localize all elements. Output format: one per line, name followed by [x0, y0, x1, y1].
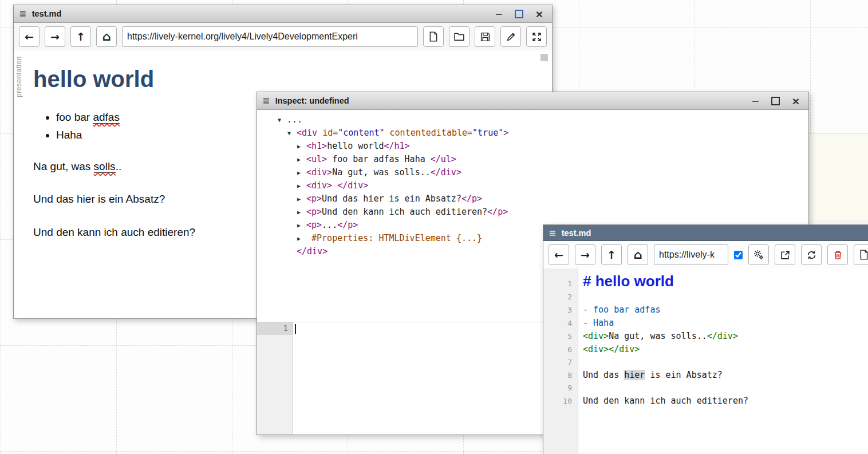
- maximize-icon[interactable]: [515, 10, 523, 18]
- up-button[interactable]: ↑: [601, 244, 622, 265]
- triangle-expanded-icon[interactable]: ▼: [287, 127, 297, 140]
- inspector-tree-node[interactable]: ▶<h1>hello world</h1>: [278, 140, 808, 153]
- close-icon[interactable]: ×: [536, 8, 543, 20]
- code-segment: # hello world: [583, 273, 674, 290]
- titlebar[interactable]: ≡ test.md: [543, 225, 868, 241]
- window-title: Inspect: undefined: [275, 96, 349, 105]
- code-segment: [332, 180, 337, 191]
- triangle-collapsed-icon[interactable]: ▶: [297, 232, 306, 245]
- code-segment: #Properties: HTMLDivElement {...}: [306, 233, 482, 243]
- triangle-collapsed-icon[interactable]: ▶: [297, 153, 306, 166]
- up-button[interactable]: ↑: [70, 26, 91, 47]
- open-external-button[interactable]: [775, 244, 795, 265]
- code-segment: <p>: [306, 207, 322, 217]
- editor-lines: 1# hello world23- foo bar adfas4- Haha5<…: [543, 269, 868, 408]
- line-content: Und das hier is ein Absatz?: [578, 369, 723, 381]
- editor-line[interactable]: 3- foo bar adfas: [543, 303, 868, 317]
- settings-button[interactable]: [748, 244, 769, 265]
- scrollbar-thumb[interactable]: [540, 54, 548, 61]
- editor-line[interactable]: 10Und den kann ich auch editieren?: [543, 394, 868, 408]
- editor-line[interactable]: 4- Haha: [543, 317, 868, 330]
- window-menu-icon[interactable]: ≡: [19, 8, 26, 19]
- url-input[interactable]: [654, 244, 728, 265]
- code-segment: ...: [322, 220, 337, 230]
- options-checkbox[interactable]: [734, 251, 743, 259]
- back-button[interactable]: ←: [19, 26, 40, 47]
- code-segment: - Haha: [583, 318, 614, 328]
- gears-icon: [753, 250, 764, 260]
- triangle-expanded-icon[interactable]: ▼: [278, 114, 287, 127]
- code-segment: ...: [287, 115, 302, 125]
- inspector-tree-node[interactable]: ▶<div> </div>: [278, 179, 808, 192]
- line-number: 9: [543, 382, 578, 394]
- editor-line[interactable]: 9: [543, 382, 868, 394]
- line-content: - Haha: [578, 317, 614, 329]
- inspector-tree-node[interactable]: ▶<div>Na gut, was solls..</div>: [278, 166, 808, 179]
- refresh-button[interactable]: [801, 244, 822, 265]
- forward-icon: →: [50, 31, 60, 42]
- home-button[interactable]: ⌂: [628, 244, 648, 265]
- code-segment: <div>: [583, 331, 609, 341]
- grid-line: [1, 0, 1, 454]
- editor-line[interactable]: 5<div>Na gut, was solls..</div>: [543, 330, 868, 343]
- editor-line[interactable]: 2: [543, 291, 868, 303]
- line-number: 6: [543, 344, 578, 356]
- save-icon: [480, 32, 490, 42]
- maximize-icon[interactable]: [771, 97, 780, 105]
- editor-line[interactable]: 1# hello world: [543, 271, 868, 291]
- browser-toolbar: ← → ↑ ⌂: [543, 241, 868, 269]
- save-button[interactable]: [475, 26, 495, 47]
- triangle-collapsed-icon[interactable]: ▶: [297, 140, 306, 153]
- triangle-collapsed-icon[interactable]: ▶: [297, 180, 306, 192]
- edit-button[interactable]: [500, 26, 521, 47]
- triangle-collapsed-icon[interactable]: ▶: [297, 167, 306, 179]
- folder-icon: [454, 32, 464, 41]
- fullscreen-button[interactable]: [526, 26, 547, 47]
- editor-line[interactable]: 7: [543, 356, 868, 369]
- window-menu-icon[interactable]: ≡: [263, 95, 270, 106]
- minimize-icon[interactable]: ─: [752, 97, 759, 105]
- forward-button[interactable]: →: [45, 26, 65, 47]
- line-content: <div>Na gut, was solls..</div>: [578, 330, 738, 342]
- inspector-tree-node[interactable]: ▶<p>Und den kann ich auch editieren?</p>: [278, 206, 808, 219]
- triangle-collapsed-icon[interactable]: ▶: [297, 219, 306, 232]
- window-markdown-source: ≡ test.md ← → ↑ ⌂: [543, 224, 868, 454]
- new-file-button[interactable]: [854, 244, 868, 265]
- triangle-collapsed-icon[interactable]: ▶: [297, 206, 306, 219]
- triangle-collapsed-icon[interactable]: ▶: [297, 193, 306, 206]
- code-segment: <h1>: [306, 141, 327, 151]
- window-title: test.md: [562, 228, 591, 238]
- code-segment: <p>: [306, 220, 322, 230]
- inspector-tree-node[interactable]: ▼...: [278, 113, 808, 127]
- delete-button[interactable]: [827, 244, 848, 265]
- code-segment: hier: [624, 370, 645, 380]
- code-segment: </p>: [461, 194, 482, 204]
- titlebar[interactable]: ≡ test.md ─ ×: [14, 5, 552, 23]
- minimize-icon[interactable]: ─: [496, 10, 502, 18]
- inspector-tree-node[interactable]: ▶<ul> foo bar adfas Haha </ul>: [278, 153, 808, 166]
- text-cursor: [295, 324, 296, 334]
- close-icon[interactable]: ×: [792, 95, 799, 107]
- trash-icon: [833, 250, 843, 260]
- line-content: <div></div>: [578, 343, 640, 356]
- code-segment: </div>: [297, 246, 328, 256]
- forward-button[interactable]: →: [575, 244, 595, 265]
- window-menu-icon[interactable]: ≡: [549, 227, 556, 239]
- editor-line[interactable]: 8Und das hier is ein Absatz?: [543, 369, 868, 382]
- code-segment: </div>: [609, 344, 640, 354]
- open-folder-button[interactable]: [449, 26, 469, 47]
- inspector-tree-node[interactable]: ▼<div id="content" contenteditable="true…: [278, 127, 808, 140]
- editor-line[interactable]: 6<div></div>: [543, 343, 868, 356]
- inspector-tree-node[interactable]: ▶<p>Und das hier is ein Absatz?</p>: [278, 192, 808, 206]
- code-segment: </div>: [337, 180, 368, 191]
- line-content: Und den kann ich auch editieren?: [578, 394, 748, 407]
- source-code-editor[interactable]: 1# hello world23- foo bar adfas4- Haha5<…: [543, 269, 868, 454]
- line-number: 4: [543, 317, 578, 330]
- forward-icon: →: [581, 250, 590, 260]
- url-input[interactable]: [122, 26, 418, 47]
- back-button[interactable]: ←: [549, 244, 569, 265]
- titlebar[interactable]: ≡ Inspect: undefined ─ ×: [257, 92, 808, 110]
- home-button[interactable]: ⌂: [96, 26, 117, 47]
- new-file-button[interactable]: [423, 26, 444, 47]
- pencil-icon: [506, 32, 516, 42]
